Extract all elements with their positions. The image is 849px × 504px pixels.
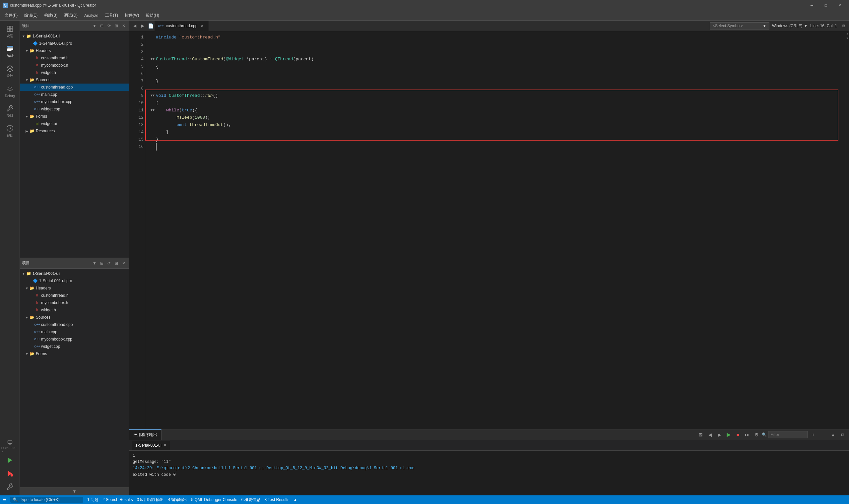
zoom-out-btn[interactable]: − bbox=[818, 431, 827, 439]
status-general-info[interactable]: 6 概要信息 bbox=[241, 497, 260, 503]
editor-scrollbar[interactable]: ▲ ▼ bbox=[845, 31, 849, 429]
status-layout-btn[interactable]: ☰ bbox=[3, 497, 6, 502]
status-search-results[interactable]: 2 Search Results bbox=[103, 497, 133, 502]
nav-forward-btn[interactable]: ▶ bbox=[139, 21, 147, 32]
sidebar-item-run-debug[interactable]: 1-Ser…001-ui bbox=[1, 440, 19, 453]
line-ending-selector[interactable]: Windows (CRLF) ▼ bbox=[772, 23, 808, 28]
output-prev-btn[interactable]: ◀ bbox=[706, 431, 714, 439]
close-button[interactable]: ✕ bbox=[833, 1, 846, 9]
tree-file-ct-cpp-b[interactable]: c++ customthread.cpp bbox=[20, 321, 129, 328]
scroll-up-btn[interactable]: ▲ bbox=[845, 31, 849, 36]
sidebar-item-debug[interactable]: Debug bbox=[1, 82, 19, 102]
tree-file-customthread-cpp[interactable]: c++ customthread.cpp bbox=[20, 84, 129, 91]
tree-file-ct-h-b[interactable]: h customthread.h bbox=[20, 292, 129, 299]
tree-root-b[interactable]: ▼ 📁 1-Serial-001-ui bbox=[20, 270, 129, 277]
scroll-down-btn-e[interactable]: ▼ bbox=[845, 36, 849, 40]
menu-controls[interactable]: 控件(W) bbox=[121, 11, 142, 20]
panel-collapse-btn-b[interactable]: ⊞ bbox=[113, 260, 120, 267]
arrow-11[interactable]: ▼ bbox=[150, 107, 156, 114]
sidebar-item-welcome[interactable]: 欢迎 bbox=[1, 22, 19, 42]
sidebar-item-run-button[interactable] bbox=[1, 454, 19, 466]
tree-file-mc-cpp-b[interactable]: c++ mycombobox.cpp bbox=[20, 336, 129, 343]
tree-file-mc-h-b[interactable]: h mycombobox.h bbox=[20, 299, 129, 306]
output-debug-btn[interactable]: ⏭ bbox=[743, 431, 751, 439]
maximize-button[interactable]: □ bbox=[819, 1, 832, 9]
code-editor[interactable]: #include "customthread.h" ▼ bbox=[145, 31, 845, 429]
tree-file-widget-ui[interactable]: ui widget.ui bbox=[20, 120, 129, 127]
nav-back-btn[interactable]: ◀ bbox=[131, 21, 139, 32]
tree-file-customthread-h[interactable]: h customthread.h bbox=[20, 54, 129, 62]
output-stop-btn[interactable]: ■ bbox=[734, 431, 742, 439]
panel-close-btn[interactable]: ✕ bbox=[120, 22, 127, 29]
editor-tab-customthread[interactable]: c++ customthread.cpp ✕ bbox=[155, 21, 209, 32]
tree-file-mycombobox-cpp[interactable]: c++ mycombobox.cpp bbox=[20, 98, 129, 105]
menu-file[interactable]: 文件(F) bbox=[1, 11, 21, 20]
tree-file-main-cpp-b[interactable]: c++ main.cpp bbox=[20, 328, 129, 336]
tree-file-w-h-b[interactable]: h widget.h bbox=[20, 306, 129, 314]
menu-build[interactable]: 构建(B) bbox=[41, 11, 61, 20]
tree-sources-b[interactable]: ▼ 📂 Sources bbox=[20, 314, 129, 321]
menu-analyze[interactable]: Analyze bbox=[81, 12, 102, 19]
output-next-btn[interactable]: ▶ bbox=[715, 431, 723, 439]
panel-sync-btn-b[interactable]: ⟳ bbox=[106, 260, 112, 267]
sidebar-item-project[interactable]: 项目 bbox=[1, 102, 19, 121]
sidebar-item-debug-run[interactable] bbox=[1, 468, 19, 480]
panel-sync-btn[interactable]: ⟳ bbox=[106, 22, 112, 29]
status-test-results[interactable]: 8 Test Results bbox=[264, 497, 289, 502]
tree-file-widget-cpp[interactable]: c++ widget.cpp bbox=[20, 105, 129, 113]
maximize-bottom-btn[interactable]: ⧉ bbox=[838, 431, 846, 439]
tree-forms[interactable]: ▼ 📂 Forms bbox=[20, 113, 129, 120]
tree-headers-b[interactable]: ▼ 📂 Headers bbox=[20, 285, 129, 292]
filter-input[interactable] bbox=[768, 431, 808, 438]
tree-sources[interactable]: ▼ 📂 Sources bbox=[20, 76, 129, 84]
panel-dropdown-btn-b[interactable]: ▼ bbox=[91, 260, 98, 267]
tree-file-mycombobox-h[interactable]: h mycombobox.h bbox=[20, 62, 129, 69]
sidebar-item-build[interactable] bbox=[1, 481, 19, 493]
symbol-selector[interactable]: <Select Symbol> ▼ bbox=[710, 22, 770, 30]
menu-help[interactable]: 帮助(H) bbox=[142, 11, 163, 20]
tree-root[interactable]: ▼ 📁 1-Serial-001-ui bbox=[20, 33, 129, 40]
tree-headers[interactable]: ▼ 📂 Headers bbox=[20, 47, 129, 54]
tab-close-btn[interactable]: ✕ bbox=[199, 23, 205, 29]
tree-forms-b[interactable]: ▼ 📂 Forms bbox=[20, 350, 129, 357]
collapse-bottom-btn[interactable]: ▲ bbox=[829, 431, 837, 439]
tree-resources[interactable]: ▶ 📁 Resources bbox=[20, 127, 129, 134]
run-tab-item[interactable]: 1-Serial-001-ui ✕ bbox=[132, 441, 170, 450]
sidebar-item-help[interactable]: 帮助 bbox=[1, 121, 19, 141]
menu-tools[interactable]: 工具(T) bbox=[102, 11, 121, 20]
zoom-in-btn[interactable]: + bbox=[809, 431, 817, 439]
status-app-output[interactable]: 3 应用程序输出 bbox=[137, 497, 164, 503]
panel-collapse-btn[interactable]: ⊞ bbox=[113, 22, 120, 29]
run-tab-label: 1-Serial-001-ui bbox=[135, 443, 162, 448]
panel-close-btn-b[interactable]: ✕ bbox=[120, 260, 127, 267]
minimize-button[interactable]: ─ bbox=[805, 1, 818, 9]
output-settings-btn[interactable]: ⚙ bbox=[753, 431, 760, 439]
output-clear-btn[interactable]: ⊠ bbox=[697, 431, 705, 439]
run-tab-close[interactable]: ✕ bbox=[163, 443, 166, 447]
status-qml-console[interactable]: 5 QML Debugger Console bbox=[191, 497, 237, 502]
panel-filter-btn-b[interactable]: ⊟ bbox=[98, 260, 105, 267]
tree-pro-file-b[interactable]: 🔷 1-Serial-001-ui.pro bbox=[20, 277, 129, 285]
arrow-9[interactable]: ▼ bbox=[150, 92, 156, 100]
scroll-down-btn[interactable]: ▼ bbox=[20, 487, 129, 495]
nav-file-btn[interactable]: 📄 bbox=[147, 21, 155, 32]
menu-debug[interactable]: 调试(D) bbox=[61, 11, 81, 20]
status-build-output[interactable]: 4 编译输出 bbox=[168, 497, 187, 503]
panel-dropdown-btn[interactable]: ▼ bbox=[91, 22, 98, 29]
tree-file-w-cpp-b[interactable]: c++ widget.cpp bbox=[20, 343, 129, 350]
code-line-14: } bbox=[150, 129, 845, 136]
status-problems-item[interactable]: 1 问题 bbox=[87, 497, 98, 503]
tree-pro-file[interactable]: 🔷 1-Serial-001-ui.pro bbox=[20, 40, 129, 47]
menu-edit[interactable]: 编辑(E) bbox=[21, 11, 41, 20]
sidebar-item-edit[interactable]: 编辑 bbox=[1, 42, 19, 62]
panel-filter-btn[interactable]: ⊟ bbox=[98, 22, 105, 29]
status-arrow-up[interactable]: ▲ bbox=[293, 497, 297, 502]
tree-file-main-cpp[interactable]: c++ main.cpp bbox=[20, 91, 129, 98]
output-run-btn[interactable]: ▶ bbox=[725, 431, 733, 439]
locate-search[interactable]: 🔍 Type to locate (Ctrl+K) bbox=[10, 497, 83, 503]
sidebar-item-design[interactable]: 设计 bbox=[1, 62, 19, 82]
arrow-4[interactable]: ▼ bbox=[150, 56, 156, 63]
split-editor-btn[interactable]: ⧉ bbox=[840, 21, 848, 32]
tab-app-output[interactable]: 应用程序输出 bbox=[129, 429, 162, 440]
tree-file-widget-h[interactable]: h widget.h bbox=[20, 69, 129, 76]
